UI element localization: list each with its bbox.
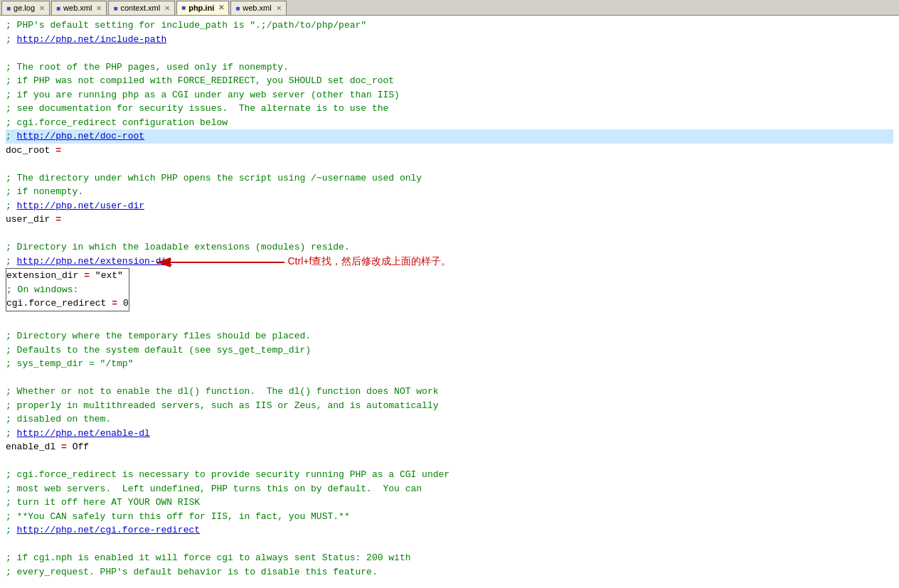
line-13: ; if nonempty.: [6, 185, 893, 199]
box-line-3: cgi.force_redirect = 0: [6, 296, 129, 311]
tab-web-xml-2-close[interactable]: ✕: [276, 4, 282, 12]
line-30: ; http://php.net/enable-dl: [6, 427, 893, 441]
line-15: user_dir =: [6, 213, 893, 227]
tab-ge-log[interactable]: ■ ge.log ✕: [1, 1, 50, 15]
line-12: ; The directory under which PHP opens th…: [6, 171, 893, 186]
tab-bar: ■ ge.log ✕ ■ web.xml ✕ ■ context.xml ✕ ■…: [0, 0, 899, 16]
line-31: enable_dl = Off: [6, 440, 893, 454]
box-line-1: extension_dir = "ext": [6, 269, 129, 283]
tab-context-xml-label: context.xml: [120, 4, 160, 12]
line-27: ; Whether or not to enable the dl() func…: [6, 385, 893, 399]
boxed-section: extension_dir = "ext" ; On windows: cgi.…: [6, 268, 129, 311]
tab-ge-log-label: ge.log: [14, 4, 35, 12]
tab-web-xml-1-close[interactable]: ✕: [96, 4, 102, 12]
line-10: doc_root =: [6, 144, 893, 158]
line-9: ; http://php.net/doc-root: [6, 129, 893, 144]
tab-web-xml-1[interactable]: ■ web.xml ✕: [51, 1, 107, 15]
line-11: [6, 157, 893, 171]
line-8: ; cgi.force_redirect configuration below: [6, 116, 893, 130]
tab-web-xml-2[interactable]: ■ web.xml ✕: [230, 1, 286, 15]
line-25: ; sys_temp_dir = "/tmp": [6, 357, 893, 371]
line-29: ; disabled on them.: [6, 412, 893, 427]
line-34: ; most web servers. Left undefined, PHP …: [6, 482, 893, 496]
link-cgi-force-redirect[interactable]: http://php.net/cgi.force-redirect: [17, 525, 200, 535]
link-include-path[interactable]: http://php.net/include-path: [17, 34, 167, 45]
line-2: ; http://php.net/include-path: [6, 33, 893, 47]
tab-php-ini[interactable]: ■ php.ini ✕: [176, 1, 229, 15]
tab-web-xml-1-label: web.xml: [63, 4, 92, 12]
line-22: [6, 316, 893, 330]
line-16: [6, 227, 893, 241]
line-36: ; **You CAN safely turn this off for IIS…: [6, 510, 893, 524]
line-1: ; PHP's default setting for include_path…: [6, 18, 893, 33]
tab-php-ini-label: php.ini: [188, 4, 214, 12]
tab-context-xml-icon: ■: [113, 4, 117, 12]
tab-context-xml-close[interactable]: ✕: [164, 4, 170, 12]
line-17: ; Directory in which the loadable extens…: [6, 240, 893, 255]
tab-web-xml-1-icon: ■: [56, 4, 60, 12]
link-doc-root[interactable]: http://php.net/doc-root: [17, 131, 144, 141]
line-14: ; http://php.net/user-dir: [6, 199, 893, 213]
line-4: ; The root of the PHP pages, used only i…: [6, 60, 893, 75]
tab-ge-log-close[interactable]: ✕: [39, 4, 45, 12]
line-32: [6, 454, 893, 469]
tab-php-ini-close[interactable]: ✕: [218, 4, 224, 11]
link-user-dir[interactable]: http://php.net/user-dir: [17, 201, 144, 211]
line-38: [6, 538, 893, 552]
line-23: ; Directory where the temporary files sh…: [6, 329, 893, 343]
line-24: ; Defaults to the system default (see sy…: [6, 343, 893, 358]
tab-php-ini-icon: ■: [181, 4, 186, 11]
line-40: ; every_request. PHP's default behavior …: [6, 565, 893, 579]
annotation-text: Ctrl+f查找，然后修改成上面的样子。: [288, 254, 452, 269]
line-28: ; properly in multithreaded servers, suc…: [6, 399, 893, 413]
line-33: ; cgi.force_redirect is necessary to pro…: [6, 468, 893, 482]
arrow-annotation: Ctrl+f查找，然后修改成上面的样子。: [142, 241, 441, 289]
tab-context-xml[interactable]: ■ context.xml ✕: [108, 1, 175, 15]
box-line-2: ; On windows:: [6, 283, 129, 297]
tab-web-xml-2-icon: ■: [235, 4, 240, 12]
line-5: ; if PHP was not compiled with FORCE_RED…: [6, 74, 893, 88]
link-enable-dl[interactable]: http://php.net/enable-dl: [17, 428, 150, 439]
line-6: ; if you are running php as a CGI under …: [6, 88, 893, 102]
line-7: ; see documentation for security issues.…: [6, 102, 893, 116]
tab-web-xml-2-label: web.xml: [243, 4, 271, 12]
line-3: [6, 46, 893, 60]
editor-content: ; PHP's default setting for include_path…: [0, 16, 899, 588]
tab-ge-log-icon: ■: [6, 4, 11, 12]
line-39: ; if cgi.nph is enabled it will force cg…: [6, 551, 893, 565]
line-26: [6, 371, 893, 385]
line-37: ; http://php.net/cgi.force-redirect: [6, 523, 893, 538]
line-35: ; turn it off here AT YOUR OWN RISK: [6, 496, 893, 510]
